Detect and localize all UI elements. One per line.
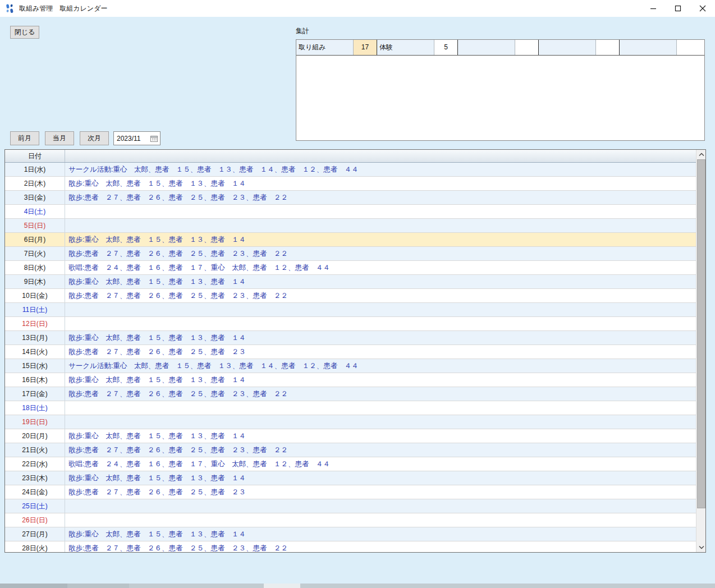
calendar-row[interactable]: 20日(月)散歩:重心 太郎、患者 １５、患者 １３、患者 １４ — [5, 429, 705, 443]
scroll-down-button[interactable] — [696, 543, 706, 552]
row-content: 散歩:患者 ２７、患者 ２６、患者 ２５、患者 ２３、患者 ２２ — [65, 247, 705, 260]
calendar-row[interactable]: 12日(日) — [5, 317, 705, 331]
minimize-button[interactable] — [641, 0, 666, 17]
row-date: 2日(木) — [5, 177, 65, 190]
calendar-row[interactable]: 2日(木)散歩:重心 太郎、患者 １５、患者 １３、患者 １４ — [5, 177, 705, 191]
calendar-row[interactable]: 23日(木)散歩:重心 太郎、患者 １５、患者 １３、患者 １４ — [5, 471, 705, 485]
row-content — [65, 317, 705, 330]
row-date: 15日(水) — [5, 359, 65, 373]
calendar-table: 日付 1日(水)サークル活動:重心 太郎、患者 １５、患者 １３、患者 １４、患… — [4, 149, 706, 553]
row-content — [65, 205, 705, 218]
row-date: 9日(木) — [5, 275, 65, 288]
close-button[interactable] — [690, 0, 715, 17]
prev-month-button[interactable]: 前月 — [10, 131, 39, 145]
summary-value-cell[interactable] — [515, 40, 539, 55]
summary-label-cell[interactable]: 体験 — [377, 40, 434, 55]
summary-cell-pair — [620, 40, 704, 55]
summary-cell-pair — [539, 40, 620, 55]
summary-label-cell[interactable] — [620, 40, 677, 55]
date-column-header: 日付 — [5, 150, 65, 162]
calendar-row[interactable]: 27日(月)散歩:重心 太郎、患者 １５、患者 １３、患者 １４ — [5, 527, 705, 541]
calendar-row[interactable]: 26日(日) — [5, 513, 705, 527]
calendar-row[interactable]: 11日(土) — [5, 303, 705, 317]
row-content — [65, 303, 705, 316]
row-content: 歌唱:患者 ２４、患者 １６、患者 １７、重心 太郎、患者 １２、患者 ４４ — [65, 457, 705, 471]
calendar-row[interactable]: 7日(火)散歩:患者 ２７、患者 ２６、患者 ２５、患者 ２３、患者 ２２ — [5, 247, 705, 261]
row-content: サークル活動:重心 太郎、患者 １５、患者 １３、患者 １４、患者 １２、患者 … — [65, 163, 705, 176]
row-date: 17日(金) — [5, 387, 65, 401]
row-date: 26日(日) — [5, 513, 65, 527]
row-content: 散歩:重心 太郎、患者 １５、患者 １３、患者 １４ — [65, 177, 705, 190]
calendar-icon[interactable] — [150, 135, 158, 143]
calendar-row[interactable]: 25日(土) — [5, 499, 705, 513]
window-controls — [641, 0, 715, 17]
vertical-scrollbar[interactable] — [696, 150, 705, 552]
row-content — [65, 219, 705, 232]
calendar-row[interactable]: 22日(水)歌唱:患者 ２４、患者 １６、患者 １７、重心 太郎、患者 １２、患… — [5, 457, 705, 471]
calendar-row[interactable]: 6日(月)散歩:重心 太郎、患者 １５、患者 １３、患者 １４ — [5, 233, 705, 247]
summary-grid-row: 取り組み17体験5 — [296, 40, 704, 56]
row-content — [65, 401, 705, 415]
row-date: 3日(金) — [5, 191, 65, 204]
row-date: 8日(水) — [5, 261, 65, 274]
calendar-row[interactable]: 19日(日) — [5, 415, 705, 429]
calendar-row[interactable]: 21日(火)散歩:患者 ２７、患者 ２６、患者 ２５、患者 ２３、患者 ２２ — [5, 443, 705, 457]
row-content: 散歩:重心 太郎、患者 １５、患者 １３、患者 １４ — [65, 331, 705, 344]
row-content: 散歩:重心 太郎、患者 １５、患者 １３、患者 １４ — [65, 233, 705, 246]
summary-value-cell[interactable] — [596, 40, 620, 55]
calendar-row[interactable]: 8日(水)歌唱:患者 ２４、患者 １６、患者 １７、重心 太郎、患者 １２、患者… — [5, 261, 705, 275]
maximize-button[interactable] — [666, 0, 690, 17]
row-date: 23日(木) — [5, 471, 65, 485]
summary-value-cell[interactable]: 17 — [354, 40, 377, 55]
row-content: 散歩:患者 ２７、患者 ２６、患者 ２５、患者 ２３、患者 ２２ — [65, 541, 705, 552]
row-content: 散歩:患者 ２７、患者 ２６、患者 ２５、患者 ２３、患者 ２２ — [65, 387, 705, 401]
row-date: 28日(火) — [5, 541, 65, 552]
calendar-row[interactable]: 3日(金)散歩:患者 ２７、患者 ２６、患者 ２５、患者 ２３、患者 ２２ — [5, 191, 705, 205]
row-date: 25日(土) — [5, 499, 65, 513]
calendar-row[interactable]: 15日(水)サークル活動:重心 太郎、患者 １５、患者 １３、患者 １４、患者 … — [5, 359, 705, 373]
row-date: 18日(土) — [5, 401, 65, 415]
summary-value-cell[interactable] — [677, 40, 704, 55]
summary-label-cell[interactable] — [458, 40, 515, 55]
row-date: 27日(月) — [5, 527, 65, 541]
summary-cell-pair — [458, 40, 539, 55]
calendar-row[interactable]: 9日(木)散歩:重心 太郎、患者 １５、患者 １３、患者 １４ — [5, 275, 705, 289]
row-content — [65, 513, 705, 527]
month-picker — [113, 131, 161, 145]
calendar-row[interactable]: 24日(金)散歩:患者 ２７、患者 ２６、患者 ２５、患者 ２３ — [5, 485, 705, 499]
summary-value-cell[interactable]: 5 — [434, 40, 458, 55]
calendar-row[interactable]: 13日(月)散歩:重心 太郎、患者 １５、患者 １３、患者 １４ — [5, 331, 705, 345]
close-form-button[interactable]: 閉じる — [10, 26, 39, 39]
scroll-up-button[interactable] — [696, 150, 706, 159]
calendar-row[interactable]: 5日(日) — [5, 219, 705, 233]
titlebar: 取組み管理 取組カレンダー — [0, 0, 715, 17]
summary-cell-pair: 体験5 — [377, 40, 458, 55]
calendar-row[interactable]: 1日(水)サークル活動:重心 太郎、患者 １５、患者 １３、患者 １４、患者 １… — [5, 163, 705, 177]
row-date: 16日(木) — [5, 373, 65, 387]
row-content: 散歩:重心 太郎、患者 １５、患者 １３、患者 １４ — [65, 275, 705, 288]
calendar-row[interactable]: 10日(金)散歩:患者 ２７、患者 ２６、患者 ２５、患者 ２３、患者 ２２ — [5, 289, 705, 303]
row-date: 13日(月) — [5, 331, 65, 344]
row-content: 散歩:重心 太郎、患者 １５、患者 １３、患者 １４ — [65, 527, 705, 541]
row-date: 11日(土) — [5, 303, 65, 316]
row-content — [65, 499, 705, 513]
summary-label-cell[interactable]: 取り組み — [296, 40, 354, 55]
summary-title: 集計 — [296, 26, 309, 36]
calendar-row[interactable]: 18日(土) — [5, 401, 705, 415]
row-content: 散歩:患者 ２７、患者 ２６、患者 ２５、患者 ２３、患者 ２２ — [65, 191, 705, 204]
row-date: 6日(月) — [5, 233, 65, 246]
calendar-row[interactable]: 16日(木)散歩:重心 太郎、患者 １５、患者 １３、患者 １４ — [5, 373, 705, 387]
row-date: 12日(日) — [5, 317, 65, 330]
calendar-row[interactable]: 4日(土) — [5, 205, 705, 219]
calendar-row[interactable]: 17日(金)散歩:患者 ２７、患者 ２６、患者 ２５、患者 ２３、患者 ２２ — [5, 387, 705, 401]
month-input[interactable] — [114, 135, 146, 143]
row-date: 14日(火) — [5, 345, 65, 359]
next-month-button[interactable]: 次月 — [80, 131, 109, 145]
row-content: 散歩:患者 ２７、患者 ２６、患者 ２５、患者 ２３、患者 ２２ — [65, 443, 705, 457]
scroll-thumb[interactable] — [697, 159, 705, 508]
summary-label-cell[interactable] — [539, 40, 596, 55]
calendar-row[interactable]: 14日(火)散歩:患者 ２７、患者 ２６、患者 ２５、患者 ２３ — [5, 345, 705, 359]
bottom-strip-segment — [0, 584, 67, 588]
calendar-row[interactable]: 28日(火)散歩:患者 ２７、患者 ２６、患者 ２５、患者 ２３、患者 ２２ — [5, 541, 705, 552]
current-month-button[interactable]: 当月 — [45, 131, 74, 145]
